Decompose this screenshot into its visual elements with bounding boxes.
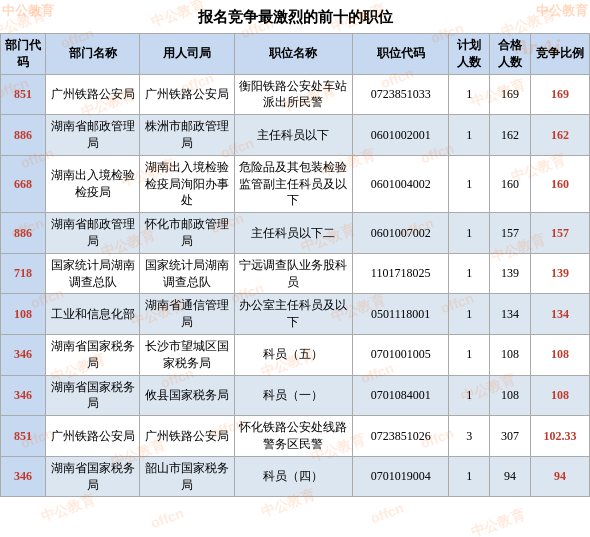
cell-position: 主任科员以下 (234, 115, 352, 156)
cell-pos-code: 0723851033 (352, 74, 449, 115)
page-title: 报名竞争最激烈的前十的职位 (0, 0, 590, 33)
cell-plan: 1 (449, 74, 490, 115)
cell-pos-code: 0501118001 (352, 294, 449, 335)
cell-plan: 1 (449, 213, 490, 254)
cell-pos-code: 0601002001 (352, 115, 449, 156)
cell-plan: 1 (449, 294, 490, 335)
cell-dept-name: 广州铁路公安局 (46, 74, 140, 115)
cell-yongrensi: 长沙市望城区国家税务局 (140, 334, 234, 375)
cell-plan: 1 (449, 375, 490, 416)
table-header: 部门代码 部门名称 用人司局 职位名称 职位代码 计划人数 合格人数 竞争比例 (1, 34, 590, 75)
cell-yongrensi: 株洲市邮政管理局 (140, 115, 234, 156)
cell-plan: 1 (449, 334, 490, 375)
cell-dept-code: 851 (1, 416, 46, 457)
cell-dept-code: 346 (1, 456, 46, 497)
table-row: 346湖南省国家税务局韶山市国家税务局科员（四）070101900419494 (1, 456, 590, 497)
th-position: 职位名称 (234, 34, 352, 75)
cell-pos-code: 0701019004 (352, 456, 449, 497)
cell-position: 科员（四） (234, 456, 352, 497)
cell-ratio: 157 (530, 213, 589, 254)
cell-ratio: 108 (530, 375, 589, 416)
cell-pos-code: 0701084001 (352, 375, 449, 416)
th-pos-code: 职位代码 (352, 34, 449, 75)
table-row: 668湖南出入境检验检疫局湖南出入境检验检疫局洵阳办事处危险品及其包装检验监管副… (1, 155, 590, 212)
cell-ratio: 94 (530, 456, 589, 497)
cell-dept-name: 湖南省邮政管理局 (46, 115, 140, 156)
table-body: 851广州铁路公安局广州铁路公安局衡阳铁路公安处车站派出所民警072385103… (1, 74, 590, 497)
table-row: 346湖南省国家税务局攸县国家税务局科员（一）07010840011108108 (1, 375, 590, 416)
cell-dept-name: 广州铁路公安局 (46, 416, 140, 457)
cell-dept-code: 886 (1, 115, 46, 156)
cell-pos-code: 1101718025 (352, 253, 449, 294)
cell-ratio: 162 (530, 115, 589, 156)
cell-qualified: 157 (490, 213, 531, 254)
cell-plan: 1 (449, 115, 490, 156)
cell-yongrensi: 湖南省通信管理局 (140, 294, 234, 335)
table-row: 851广州铁路公安局广州铁路公安局怀化铁路公安处线路警务区民警072385102… (1, 416, 590, 457)
cell-qualified: 134 (490, 294, 531, 335)
cell-dept-code: 346 (1, 334, 46, 375)
cell-ratio: 169 (530, 74, 589, 115)
cell-yongrensi: 怀化市邮政管理局 (140, 213, 234, 254)
cell-ratio: 139 (530, 253, 589, 294)
cell-dept-code: 108 (1, 294, 46, 335)
cell-dept-code: 886 (1, 213, 46, 254)
table-row: 718国家统计局湖南调查总队国家统计局湖南调查总队宁远调查队业务股科员11017… (1, 253, 590, 294)
cell-qualified: 139 (490, 253, 531, 294)
cell-pos-code: 0701001005 (352, 334, 449, 375)
th-yongrensi: 用人司局 (140, 34, 234, 75)
cell-dept-name: 湖南省国家税务局 (46, 456, 140, 497)
cell-yongrensi: 广州铁路公安局 (140, 74, 234, 115)
cell-position: 科员（五） (234, 334, 352, 375)
cell-dept-code: 851 (1, 74, 46, 115)
cell-yongrensi: 湖南出入境检验检疫局洵阳办事处 (140, 155, 234, 212)
table-row: 851广州铁路公安局广州铁路公安局衡阳铁路公安处车站派出所民警072385103… (1, 74, 590, 115)
cell-dept-name: 国家统计局湖南调查总队 (46, 253, 140, 294)
cell-dept-name: 湖南出入境检验检疫局 (46, 155, 140, 212)
cell-yongrensi: 攸县国家税务局 (140, 375, 234, 416)
th-qualified: 合格人数 (490, 34, 531, 75)
cell-pos-code: 0601004002 (352, 155, 449, 212)
cell-dept-code: 718 (1, 253, 46, 294)
cell-dept-name: 湖南省国家税务局 (46, 334, 140, 375)
cell-yongrensi: 韶山市国家税务局 (140, 456, 234, 497)
table-row: 886湖南省邮政管理局怀化市邮政管理局主任科员以下二06010070021157… (1, 213, 590, 254)
cell-dept-name: 湖南省国家税务局 (46, 375, 140, 416)
table-row: 886湖南省邮政管理局株洲市邮政管理局主任科员以下060100200111621… (1, 115, 590, 156)
cell-position: 衡阳铁路公安处车站派出所民警 (234, 74, 352, 115)
cell-position: 危险品及其包装检验监管副主任科员及以下 (234, 155, 352, 212)
cell-plan: 1 (449, 155, 490, 212)
th-dept-name: 部门名称 (46, 34, 140, 75)
competition-table: 部门代码 部门名称 用人司局 职位名称 职位代码 计划人数 合格人数 竞争比例 … (0, 33, 590, 497)
cell-yongrensi: 广州铁路公安局 (140, 416, 234, 457)
th-plan: 计划人数 (449, 34, 490, 75)
table-row: 346湖南省国家税务局长沙市望城区国家税务局科员（五）0701001005110… (1, 334, 590, 375)
cell-ratio: 108 (530, 334, 589, 375)
th-dept-code: 部门代码 (1, 34, 46, 75)
cell-dept-code: 346 (1, 375, 46, 416)
cell-ratio: 160 (530, 155, 589, 212)
cell-yongrensi: 国家统计局湖南调查总队 (140, 253, 234, 294)
th-ratio: 竞争比例 (530, 34, 589, 75)
cell-pos-code: 0601007002 (352, 213, 449, 254)
cell-ratio: 134 (530, 294, 589, 335)
cell-dept-name: 工业和信息化部 (46, 294, 140, 335)
cell-plan: 1 (449, 456, 490, 497)
cell-plan: 1 (449, 253, 490, 294)
cell-position: 办公室主任科员及以下 (234, 294, 352, 335)
cell-qualified: 160 (490, 155, 531, 212)
cell-dept-code: 668 (1, 155, 46, 212)
cell-qualified: 307 (490, 416, 531, 457)
cell-position: 科员（一） (234, 375, 352, 416)
cell-pos-code: 0723851026 (352, 416, 449, 457)
cell-qualified: 162 (490, 115, 531, 156)
cell-position: 宁远调查队业务股科员 (234, 253, 352, 294)
cell-position: 主任科员以下二 (234, 213, 352, 254)
cell-qualified: 108 (490, 375, 531, 416)
cell-qualified: 108 (490, 334, 531, 375)
table-row: 108工业和信息化部湖南省通信管理局办公室主任科员及以下050111800111… (1, 294, 590, 335)
cell-dept-name: 湖南省邮政管理局 (46, 213, 140, 254)
cell-ratio: 102.33 (530, 416, 589, 457)
cell-qualified: 94 (490, 456, 531, 497)
cell-position: 怀化铁路公安处线路警务区民警 (234, 416, 352, 457)
